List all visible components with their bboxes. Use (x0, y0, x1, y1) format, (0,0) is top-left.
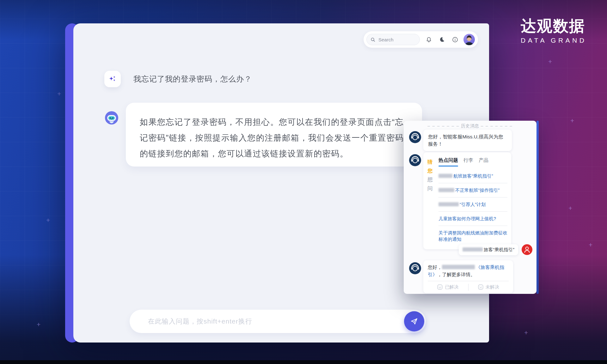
smiley-face-icon (437, 284, 443, 290)
agent-avatar-icon (409, 154, 421, 167)
answer-text: 您好，《旅客乘机指引》，了解更多详情。 (428, 264, 509, 278)
tab-luggage[interactable]: 行李 (463, 157, 473, 164)
suggest-char: 问 (427, 184, 434, 193)
question-link[interactable]: 不正常航班“操作指引” (438, 183, 507, 197)
question-tabs: 热点问题 行李 产品 (438, 157, 507, 164)
user-avatar[interactable] (463, 34, 475, 45)
brand-name-en: DATA GRAND (521, 37, 592, 44)
dark-mode-moon-icon[interactable] (438, 35, 446, 44)
search-box[interactable] (366, 34, 420, 45)
message-input[interactable] (147, 317, 404, 325)
plus-marker (524, 329, 528, 336)
paper-plane-icon (410, 317, 419, 326)
blurred-text (438, 202, 459, 206)
agent-avatar-icon (409, 262, 421, 275)
customer-avatar-icon (521, 244, 533, 255)
sparkles-icon (104, 71, 121, 87)
suggest-vertical-label: 猜 您 想 问 (427, 156, 434, 246)
bot-message-bubble: 如果您忘记了登录密码，不用担心。您可以在我们的登录页面点击“忘记密码”链接，按照… (126, 103, 422, 167)
history-header: – – – – – – – 历史消息 – – – – – – – (404, 123, 536, 129)
info-icon[interactable] (451, 35, 459, 44)
question-link[interactable]: “引荐人”计划 (438, 197, 507, 212)
search-icon (371, 37, 375, 42)
unresolved-button[interactable]: 未解决 (469, 283, 509, 291)
screen-bottom-strip (0, 360, 607, 364)
plus-marker (568, 205, 572, 211)
history-panel: – – – – – – – 历史消息 – – – – – – – 您好，智能客服… (404, 121, 536, 294)
suggest-char: 您 (427, 166, 434, 175)
user-message-text: 我忘记了我的登录密码，怎么办？ (133, 74, 252, 84)
message-input-bar (130, 310, 426, 333)
history-scrollbar[interactable] (536, 121, 539, 294)
question-list: 航班旅客“乘机指引” 不正常航班“操作指引” “引荐人”计划 儿童旅客如何办理网… (438, 169, 507, 246)
blurred-text (438, 174, 452, 178)
plus-marker (37, 321, 40, 328)
plus-marker (548, 58, 552, 65)
suggestions-card: 猜 您 想 问 热点问题 行李 产品 航班旅客“乘机指引” 不正常航班“操作指引… (423, 152, 511, 249)
greeting-bubble: 您好，智能客服Miss.U,很高兴为您服务！ (423, 130, 512, 151)
plus-marker (589, 241, 592, 248)
answer-bubble: 您好，《旅客乘机指引》，了解更多详情。 已解决 未解决 (423, 260, 513, 293)
answer-prefix: 您好， (428, 264, 442, 270)
plus-marker (570, 117, 574, 124)
bot-message-text: 如果您忘记了登录密码，不用担心。您可以在我们的登录页面点击“忘记密码”链接，按照… (140, 114, 408, 161)
history-header-label: 历史消息 (461, 124, 479, 128)
desktop-background: 达观数据 DATA GRAND (0, 0, 607, 364)
answer-suffix: ，了解更多详情。 (437, 272, 475, 277)
search-input[interactable] (378, 37, 413, 43)
notification-bell-icon[interactable] (425, 35, 433, 44)
header-dashes: – – – – – – – (427, 124, 459, 128)
header-dashes: – – – – – – – (481, 124, 513, 128)
feedback-bar: 已解决 未解决 (428, 281, 509, 291)
blurred-text (463, 247, 483, 252)
plus-marker (46, 217, 50, 223)
sad-face-icon (478, 284, 483, 290)
tab-hot-questions[interactable]: 热点问题 (438, 157, 458, 164)
user-message-row: 我忘记了我的登录密码，怎么办？ (104, 71, 252, 87)
brand-logo: 达观数据 DATA GRAND (521, 18, 592, 44)
resolved-button[interactable]: 已解决 (428, 283, 468, 291)
bot-avatar-icon (104, 111, 119, 125)
suggest-char: 猜 (427, 157, 434, 166)
brand-name-cn: 达观数据 (521, 18, 592, 35)
question-link[interactable]: 儿童旅客如何办理网上值机? (438, 212, 507, 226)
tab-product[interactable]: 产品 (479, 157, 488, 164)
question-link[interactable]: 航班旅客“乘机指引” (438, 169, 507, 183)
send-button[interactable] (404, 311, 424, 331)
blurred-text (438, 188, 454, 192)
topbar (364, 31, 478, 48)
plus-marker (57, 90, 61, 97)
history-user-message: 旅客“乘机指引” (459, 244, 518, 255)
suggest-char: 想 (427, 175, 434, 184)
blurred-text (442, 265, 475, 269)
question-link[interactable]: 关于调整国内航线燃油附加费征收标准的通知 (438, 226, 507, 246)
history-user-row: 旅客“乘机指引” (459, 244, 533, 255)
agent-avatar-icon (409, 131, 421, 143)
